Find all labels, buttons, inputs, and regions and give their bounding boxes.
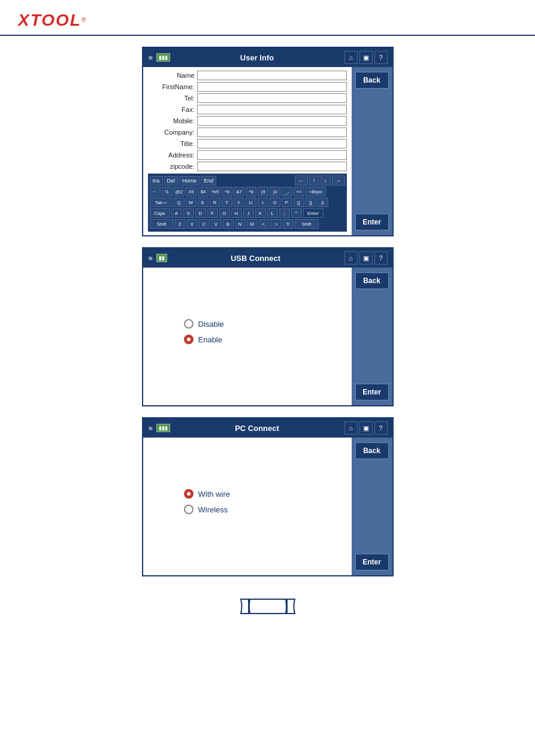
kb-p[interactable]: P <box>282 198 292 207</box>
kb-i[interactable]: I <box>258 198 268 207</box>
kb-o[interactable]: O <box>270 198 280 207</box>
input-fax[interactable] <box>197 105 347 114</box>
kb-quote[interactable]: "' <box>291 208 302 218</box>
camera-icon-3[interactable]: ▣ <box>359 421 373 435</box>
camera-icon-2[interactable]: ▣ <box>359 251 373 265</box>
kb-shift-right[interactable]: Shift <box>295 219 319 229</box>
home-icon[interactable]: ⌂ <box>344 51 358 64</box>
usb-enable-option[interactable]: Enable <box>184 335 347 344</box>
kb-period[interactable]: .> <box>271 219 282 229</box>
kb-8[interactable]: *8 <box>246 187 256 196</box>
back-button-3[interactable]: Back <box>355 442 389 459</box>
kb-m[interactable]: M <box>247 219 258 229</box>
kb-n[interactable]: N <box>235 219 246 229</box>
title-bar-pc: ≋ ▮▮▮ PC Connect ⌂ ▣ ? <box>143 418 392 438</box>
kb-home[interactable]: Home <box>179 176 200 186</box>
pc-wireless-radio[interactable] <box>184 505 194 514</box>
kb-6[interactable]: ^6 <box>222 187 232 196</box>
home-icon-2[interactable]: ⌂ <box>344 251 358 265</box>
help-icon[interactable]: ? <box>374 51 388 64</box>
input-company[interactable] <box>197 127 347 137</box>
pc-wireless-option[interactable]: Wireless <box>184 505 347 514</box>
input-tel[interactable] <box>197 93 347 103</box>
kb-3[interactable]: #3 <box>186 187 197 196</box>
back-button-2[interactable]: Back <box>355 272 389 289</box>
kb-rbracket[interactable]: ]} <box>306 198 316 207</box>
input-name[interactable] <box>197 71 347 80</box>
kb-tilde[interactable]: ~` <box>150 187 161 196</box>
kb-5[interactable]: %5 <box>210 187 220 196</box>
input-title[interactable] <box>197 139 347 148</box>
input-zipcode[interactable] <box>197 162 347 171</box>
pc-withwire-radio[interactable] <box>184 489 194 499</box>
kb-c[interactable]: C <box>199 219 210 229</box>
title-bar-icons-3[interactable]: ⌂ ▣ ? <box>344 421 388 435</box>
kb-comma[interactable]: <, <box>259 219 270 229</box>
kb-caps[interactable]: Caps <box>150 208 170 218</box>
form-row-company: Company: <box>148 127 347 137</box>
label-mobile: Mobile: <box>148 117 197 125</box>
kb-slash[interactable]: ?/ <box>283 219 294 229</box>
kb-k[interactable]: K <box>255 208 266 218</box>
usb-enable-radio[interactable] <box>184 335 194 344</box>
title-bar-icons-2[interactable]: ⌂ ▣ ? <box>344 251 388 265</box>
input-address[interactable] <box>197 150 347 160</box>
camera-icon[interactable]: ▣ <box>359 51 373 64</box>
kb-ins[interactable]: Ins <box>150 176 163 186</box>
usb-disable-radio[interactable] <box>184 319 194 329</box>
kb-arrow-left[interactable]: ← <box>295 175 308 186</box>
kb-a[interactable]: A <box>171 208 182 218</box>
input-mobile[interactable] <box>197 116 347 126</box>
back-button-1[interactable]: Back <box>355 72 389 89</box>
help-icon-3[interactable]: ? <box>374 421 388 435</box>
kb-u[interactable]: U <box>246 198 256 207</box>
kb-y[interactable]: Y <box>234 198 244 207</box>
kb-h[interactable]: H <box>231 208 242 218</box>
kb-g[interactable]: G <box>219 208 230 218</box>
kb-arrow-down[interactable]: ↓ <box>321 175 331 186</box>
kb-e[interactable]: E <box>198 198 208 207</box>
enter-button-3[interactable]: Enter <box>355 554 389 570</box>
kb-j[interactable]: J <box>243 208 254 218</box>
kb-x[interactable]: X <box>187 219 198 229</box>
kb-d[interactable]: D <box>195 208 206 218</box>
kb-backslash[interactable]: |\ <box>318 198 328 207</box>
kb-del[interactable]: Del <box>164 176 179 186</box>
kb-w[interactable]: W <box>186 198 197 207</box>
kb-1[interactable]: !1 <box>162 187 173 196</box>
kb-z[interactable]: Z <box>175 219 186 229</box>
kb-b[interactable]: B <box>223 219 234 229</box>
kb-shift-left[interactable]: Shift <box>150 219 174 229</box>
kb-tab[interactable]: Tab-> <box>150 198 173 207</box>
kb-backspace[interactable]: <Bspc <box>306 187 326 196</box>
kb-arrow-up[interactable]: ↑ <box>309 175 319 186</box>
kb-t[interactable]: T <box>222 198 232 207</box>
usb-disable-option[interactable]: Disable <box>184 319 347 329</box>
kb-lbracket[interactable]: [{ <box>294 198 304 207</box>
title-bar-icons[interactable]: ⌂ ▣ ? <box>344 51 388 64</box>
kb-s[interactable]: S <box>183 208 194 218</box>
kb-7[interactable]: &7 <box>234 187 244 196</box>
kb-equal[interactable]: += <box>294 187 304 196</box>
kb-semicolon[interactable]: :; <box>279 208 290 218</box>
kb-v[interactable]: V <box>211 219 222 229</box>
kb-end[interactable]: End <box>201 176 216 186</box>
home-icon-3[interactable]: ⌂ <box>344 421 358 435</box>
kb-minus[interactable]: _- <box>282 187 292 196</box>
input-firstname[interactable] <box>197 82 347 92</box>
kb-9[interactable]: (9 <box>258 187 268 196</box>
kb-l[interactable]: L <box>267 208 278 218</box>
kb-enter[interactable]: Enter <box>303 208 324 218</box>
enter-button-2[interactable]: Enter <box>355 384 389 400</box>
kb-0[interactable]: )0 <box>270 187 280 196</box>
kb-q[interactable]: Q <box>174 198 185 207</box>
kb-r[interactable]: R <box>210 198 220 207</box>
enter-button-1[interactable]: Enter <box>355 214 389 230</box>
help-icon-2[interactable]: ? <box>374 251 388 265</box>
screens-container: ≋ ▮▮▮ User Info ⌂ ▣ ? Name FirstName: <box>0 47 535 576</box>
kb-arrow-right[interactable]: → <box>332 175 345 186</box>
kb-f[interactable]: F <box>207 208 218 218</box>
kb-4[interactable]: $4 <box>198 187 208 196</box>
kb-2[interactable]: @2 <box>174 187 185 196</box>
pc-withwire-option[interactable]: With wire <box>184 489 347 499</box>
